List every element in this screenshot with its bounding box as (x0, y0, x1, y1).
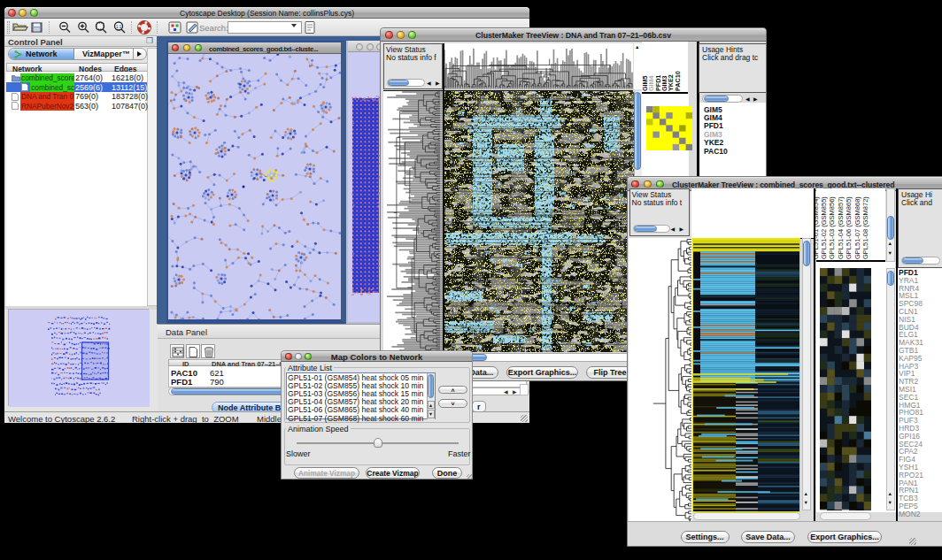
svg-text:1:1: 1:1 (116, 25, 122, 29)
